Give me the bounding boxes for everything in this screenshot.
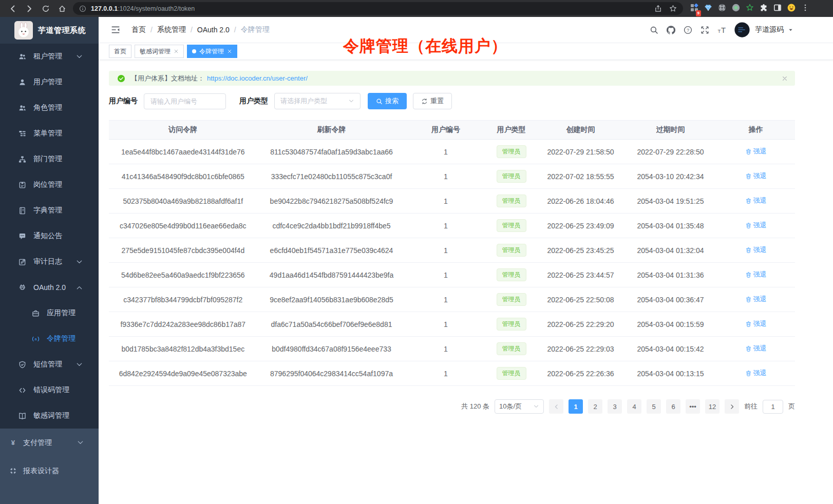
caret-down-icon[interactable] bbox=[788, 27, 793, 33]
forward-icon[interactable] bbox=[22, 4, 37, 14]
alert-close-icon[interactable] bbox=[782, 75, 788, 82]
sidebar-item-tenant[interactable]: 租户管理 bbox=[0, 44, 99, 69]
user-id-input[interactable] bbox=[144, 93, 226, 109]
tab-sensitive-word[interactable]: 敏感词管理 bbox=[135, 45, 184, 58]
gem-icon[interactable] bbox=[704, 4, 712, 14]
table-row: 502375b8040a469a9b82188afdf6af1fbe90422b… bbox=[109, 189, 795, 214]
force-logout-button[interactable]: 强退 bbox=[745, 245, 767, 255]
user-type-select[interactable]: 请选择用户类型 bbox=[274, 93, 361, 109]
font-size-icon[interactable]: TT bbox=[717, 26, 726, 34]
sidebar-item-oauth2-app[interactable]: 应用管理 bbox=[0, 300, 99, 326]
sidebar-item-user[interactable]: 用户管理 bbox=[0, 69, 99, 95]
user-type-badge: 管理员 bbox=[497, 318, 526, 331]
help-icon[interactable]: ? bbox=[684, 26, 692, 34]
force-logout-button[interactable]: 强退 bbox=[745, 270, 767, 279]
page-size-select[interactable]: 10条/页 bbox=[495, 399, 544, 414]
sidebar-item-sensitive-word[interactable]: 敏感词管理 bbox=[0, 403, 99, 429]
access-token-cell: f9336e7c7dd242a283ee98dc86b17a87 bbox=[109, 312, 257, 337]
tab-panel-icon[interactable] bbox=[773, 4, 782, 14]
sidebar-collapse-icon[interactable] bbox=[111, 25, 120, 34]
page-button-1[interactable]: 1 bbox=[569, 399, 583, 414]
kebab-menu-icon[interactable] bbox=[801, 4, 809, 14]
fullscreen-icon[interactable] bbox=[701, 26, 709, 34]
reset-button[interactable]: 重置 bbox=[413, 93, 452, 109]
force-logout-button[interactable]: 强退 bbox=[745, 221, 767, 230]
site-info-icon[interactable] bbox=[79, 5, 86, 12]
sidebar-item-label: 字典管理 bbox=[33, 206, 62, 215]
sidebar-item-error-code[interactable]: 错误码管理 bbox=[0, 377, 99, 403]
tab-home[interactable]: 首页 bbox=[109, 45, 131, 58]
chevron-down-icon bbox=[77, 439, 84, 447]
close-icon[interactable] bbox=[227, 49, 232, 54]
page-button-12[interactable]: 12 bbox=[705, 399, 720, 414]
force-logout-label: 强退 bbox=[753, 245, 767, 255]
page-button-2[interactable]: 2 bbox=[588, 399, 602, 414]
green-star-icon[interactable] bbox=[746, 4, 754, 14]
token-broadcast-icon: a bbox=[32, 335, 40, 343]
github-icon[interactable] bbox=[667, 26, 675, 34]
share-icon[interactable] bbox=[654, 5, 662, 12]
green-star-icon bbox=[746, 4, 754, 12]
svg-text:¥: ¥ bbox=[11, 439, 15, 447]
sidebar-item-notice[interactable]: 通知公告 bbox=[0, 223, 99, 249]
green-dot-circle-icon[interactable] bbox=[732, 4, 740, 14]
force-logout-button[interactable]: 强退 bbox=[745, 196, 767, 205]
sidebar-item-label: 应用管理 bbox=[47, 308, 75, 318]
breadcrumb-item[interactable]: OAuth 2.0 bbox=[197, 26, 230, 34]
force-logout-label: 强退 bbox=[753, 270, 767, 279]
sidebar-item-label: 支付管理 bbox=[23, 438, 52, 448]
close-icon[interactable] bbox=[174, 49, 179, 54]
search-button[interactable]: 搜索 bbox=[368, 93, 407, 109]
pager-ellipsis[interactable]: ••• bbox=[686, 399, 700, 414]
breadcrumb-item[interactable]: 首页 bbox=[131, 25, 146, 34]
puzzle-icon[interactable] bbox=[760, 4, 768, 14]
command-circle-icon[interactable] bbox=[718, 4, 726, 14]
breadcrumb-item[interactable]: 系统管理 bbox=[157, 25, 186, 34]
extensions-grid-icon[interactable]: 9 bbox=[690, 4, 698, 14]
page-button-5[interactable]: 5 bbox=[647, 399, 661, 414]
goto-page-input[interactable] bbox=[763, 400, 783, 414]
tab-token[interactable]: 令牌管理 bbox=[187, 45, 237, 58]
alert-link[interactable]: https://doc.iocoder.cn/user-center/ bbox=[207, 74, 308, 82]
app-logo[interactable]: 芋道管理系统 bbox=[0, 17, 99, 44]
prev-page-button[interactable] bbox=[549, 399, 563, 414]
force-logout-button[interactable]: 强退 bbox=[745, 319, 767, 328]
sidebar-item-dept[interactable]: 部门管理 bbox=[0, 146, 99, 172]
avatar-icon[interactable] bbox=[734, 22, 750, 37]
emoji-avatar-icon[interactable] bbox=[787, 4, 796, 14]
create-time-cell: 2022-06-25 23:44:57 bbox=[537, 263, 624, 287]
sidebar-item-report-designer[interactable]: 报表设计器 bbox=[0, 457, 99, 485]
force-logout-button[interactable]: 强退 bbox=[745, 369, 767, 378]
sidebar-item-audit-log[interactable]: 审计日志 bbox=[0, 249, 99, 275]
home-icon[interactable] bbox=[54, 4, 70, 14]
next-page-button[interactable] bbox=[725, 399, 739, 414]
username[interactable]: 芋道源码 bbox=[755, 25, 784, 34]
force-logout-button[interactable]: 强退 bbox=[745, 295, 767, 304]
force-logout-button[interactable]: 强退 bbox=[745, 147, 767, 156]
svg-text:T: T bbox=[721, 26, 726, 34]
page-button-3[interactable]: 3 bbox=[608, 399, 622, 414]
sidebar-item-role[interactable]: 角色管理 bbox=[0, 95, 99, 121]
sidebar-item-oauth2-token[interactable]: a令牌管理 bbox=[0, 326, 99, 352]
force-logout-button[interactable]: 强退 bbox=[745, 171, 767, 181]
page-button-4[interactable]: 4 bbox=[627, 399, 641, 414]
sidebar-item-dict[interactable]: 字典管理 bbox=[0, 198, 99, 223]
refresh-icon[interactable] bbox=[38, 4, 53, 14]
sidebar-item-pay[interactable]: ¥支付管理 bbox=[0, 429, 99, 457]
url-bar[interactable]: 127.0.0.1 :1024/system/oauth2/token bbox=[73, 2, 683, 15]
page-button-6[interactable]: 6 bbox=[666, 399, 680, 414]
sidebar-item-oauth2[interactable]: OAuth 2.0 bbox=[0, 275, 99, 300]
force-logout-button[interactable]: 强退 bbox=[745, 344, 767, 353]
star-icon[interactable] bbox=[669, 5, 677, 12]
sidebar-item-menu[interactable]: 菜单管理 bbox=[0, 121, 99, 146]
expire-time-cell: 2054-03-04 00:36:47 bbox=[624, 287, 716, 312]
trash-icon bbox=[745, 173, 752, 180]
access-token-cell: 1ea5e44f8bc1467aaede43144f31de76 bbox=[109, 140, 257, 164]
sidebar-item-sms[interactable]: 短信管理 bbox=[0, 352, 99, 377]
trash-icon bbox=[745, 198, 752, 204]
action-cell: 强退 bbox=[717, 337, 795, 361]
sidebar-item-post[interactable]: 岗位管理 bbox=[0, 172, 99, 198]
back-icon[interactable] bbox=[5, 4, 21, 14]
search-icon[interactable] bbox=[650, 26, 658, 34]
refresh-token-cell: cdfc4ce9c2da4bb1bdf21b9918ff4be5 bbox=[257, 214, 406, 238]
